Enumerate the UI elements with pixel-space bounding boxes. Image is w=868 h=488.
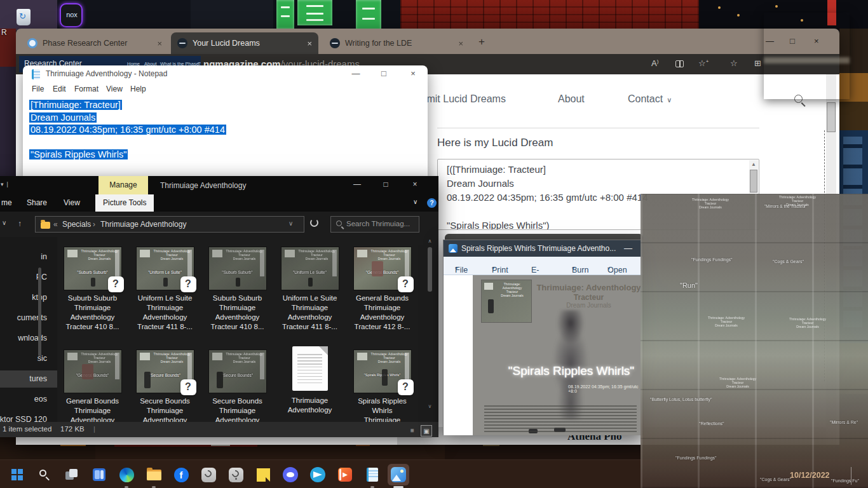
- collage-caption: "Fundings Fundings": [675, 456, 717, 460]
- taskbar-search-icon[interactable]: [34, 464, 55, 485]
- file-tile[interactable]: Thrimuiage: Adventhology Tracteur Dream …: [348, 247, 416, 332]
- notepad-maximize-button[interactable]: □: [374, 69, 393, 78]
- manage-ribbon-tab[interactable]: Manage: [98, 176, 148, 194]
- taskbar-notepad-icon[interactable]: [362, 464, 383, 485]
- sidebar-item-downloads[interactable]: wnloads: [0, 330, 57, 347]
- image-paragraph: [484, 405, 637, 432]
- tab-writing-for-the-lde[interactable]: Writing for the LDE ×: [323, 32, 470, 54]
- explorer-close-button[interactable]: ×: [405, 180, 424, 189]
- nav-back-icon[interactable]: ∨: [2, 219, 6, 226]
- favorites-icon[interactable]: ☆: [730, 58, 738, 68]
- nav-about[interactable]: About: [558, 93, 585, 105]
- browser-tab-strip: Phase Research Center × Your Lucid Dream…: [16, 29, 839, 54]
- sidebar-item-music[interactable]: sic: [0, 350, 57, 367]
- sidebar-item-this-pc[interactable]: PC: [0, 269, 57, 286]
- ribbon-tab-view[interactable]: View: [64, 198, 80, 207]
- add-favorite-icon[interactable]: ☆+: [698, 58, 709, 68]
- viewer-minimize-button[interactable]: —: [624, 243, 632, 253]
- collections-icon[interactable]: ⊞: [754, 58, 761, 68]
- notepad-text-area[interactable]: [Thrimuiage: Tracteur] Dream Journals 08…: [23, 97, 428, 180]
- file-tile[interactable]: Thrimuiage: Adventhology Tracteur Dream …: [58, 350, 126, 422]
- telegram-icon[interactable]: [307, 464, 329, 485]
- ribbon-tab-picture-tools[interactable]: Picture Tools: [95, 194, 154, 212]
- notepad-titlebar[interactable]: Thrimuiage Adventhology - Notepad — □ ×: [23, 65, 428, 83]
- explorer-maximize-button[interactable]: □: [376, 180, 395, 189]
- discord-icon[interactable]: [280, 464, 301, 485]
- sticky-notes-icon[interactable]: [252, 464, 274, 485]
- ribbon-tab-home-partial[interactable]: me: [1, 198, 12, 207]
- sidebar-item-documents[interactable]: cuments: [0, 309, 57, 327]
- sidebar-item-pictures[interactable]: tures: [0, 370, 57, 388]
- file-tile[interactable]: Thrimuiage: Adventhology Tracteur Dream …: [348, 350, 416, 422]
- quick-access-toolbar-icon[interactable]: ▾ ❘: [1, 181, 10, 187]
- menu-format[interactable]: Format: [74, 85, 98, 93]
- thumbnail-view-button[interactable]: ▣: [421, 425, 432, 437]
- files-scrollbar[interactable]: ∧ ∨: [426, 237, 434, 422]
- file-tile-selected[interactable]: Thrimuiage Adventhology: [276, 346, 344, 415]
- ribbon-tab-share[interactable]: Share: [27, 198, 47, 207]
- tab-close-icon[interactable]: ×: [157, 39, 162, 48]
- address-breadcrumb[interactable]: « Specials › Thrimuiage Adventhology ∨: [35, 216, 304, 233]
- collage-caption: "Fundings Fu": [831, 478, 859, 483]
- recycle-bin-icon[interactable]: ↻: [14, 4, 33, 27]
- address-dropdown-icon[interactable]: ∨: [288, 220, 293, 227]
- notepad-minimize-button[interactable]: —: [346, 69, 365, 78]
- read-aloud-icon[interactable]: A): [651, 58, 658, 68]
- dream-line: Dream Journals: [447, 177, 514, 191]
- scroll-down-icon[interactable]: ∨: [426, 403, 434, 409]
- file-name: Uniform Le Suite Thrimuiage Adventhology…: [276, 294, 344, 332]
- nox-app-icon[interactable]: nox: [58, 3, 85, 29]
- spiral-app-icon[interactable]: [198, 464, 219, 485]
- scroll-up-icon[interactable]: ▲: [749, 160, 758, 169]
- nav-contact[interactable]: Contact∨: [628, 93, 672, 105]
- collage-caption: "Reflections": [699, 421, 724, 426]
- file-explorer-icon[interactable]: [143, 464, 165, 485]
- refresh-icon[interactable]: [310, 219, 318, 227]
- new-tab-button[interactable]: +: [478, 36, 485, 47]
- menu-file[interactable]: File: [32, 85, 44, 93]
- menu-view[interactable]: View: [106, 85, 123, 93]
- breadcrumb-separator: ›: [93, 220, 95, 229]
- split-screen-icon[interactable]: [675, 60, 684, 69]
- media-player-icon[interactable]: ▶: [334, 464, 356, 485]
- tab-phase-research-center[interactable]: Phase Research Center ×: [21, 32, 168, 54]
- selected-text: "Spirals Ripples Whirls": [29, 149, 128, 159]
- sidebar-item-0[interactable]: in: [0, 248, 57, 266]
- file-tile[interactable]: Thrimuiage: Adventhology Tracteur Dream …: [276, 247, 344, 332]
- scroll-up-icon[interactable]: ∧: [426, 238, 434, 244]
- facebook-icon[interactable]: f: [170, 464, 192, 485]
- spiral-photo-app-icon[interactable]: [225, 464, 247, 485]
- tab-favicon: [330, 38, 340, 48]
- breadcrumb-specials[interactable]: Specials: [62, 220, 91, 229]
- breadcrumb-folder[interactable]: Thrimuiage Adventhology: [100, 220, 186, 229]
- file-tile[interactable]: Thrimuiage: Adventhology Tracteur Dream …: [131, 350, 199, 422]
- tab-close-icon[interactable]: ×: [307, 39, 312, 48]
- sidebar-item-desktop[interactable]: ktop: [0, 289, 57, 306]
- notepad-close-button[interactable]: ×: [403, 69, 423, 78]
- details-view-button[interactable]: ≡: [407, 425, 418, 437]
- selected-text: 08.19.2022 04:35pm; 16:35 gmt/utc +8:00 …: [29, 125, 226, 135]
- file-tile[interactable]: Thrimuiage: Adventhology Tracteur Dream …: [58, 247, 126, 332]
- tab-your-lucid-dreams[interactable]: Your Lucid Dreams ×: [171, 32, 318, 54]
- viewer-titlebar[interactable]: Spirals Ripples Whirls Thrimuiage Advent…: [444, 240, 642, 257]
- sidebar-item-videos[interactable]: eos: [0, 391, 57, 408]
- photos-app-icon[interactable]: [388, 464, 409, 485]
- widgets-icon[interactable]: [88, 464, 110, 485]
- explorer-search-box[interactable]: Search Thrimuiag...: [330, 216, 419, 233]
- help-icon[interactable]: ?: [427, 198, 437, 208]
- tab-close-icon[interactable]: ×: [458, 39, 463, 48]
- nav-up-icon[interactable]: ↑: [18, 219, 22, 228]
- file-tile[interactable]: Thrimuiage: Adventhology Tracteur Dream …: [131, 247, 199, 332]
- ribbon-collapse-icon[interactable]: ∨: [413, 198, 417, 205]
- menu-edit[interactable]: Edit: [53, 85, 66, 93]
- sidebar-scrollbar[interactable]: [38, 268, 41, 356]
- edge-icon[interactable]: [116, 464, 137, 485]
- explorer-titlebar[interactable]: ▾ ❘ Manage Thrimuiage Adventhology — □ ×: [0, 176, 438, 194]
- file-tile[interactable]: Thrimuiage: Adventhology Tracteur Dream …: [203, 247, 271, 332]
- explorer-minimize-button[interactable]: —: [348, 180, 367, 189]
- task-view-icon[interactable]: [61, 464, 83, 485]
- portrait-photo: [764, 13, 850, 99]
- start-button[interactable]: [6, 464, 28, 485]
- menu-help[interactable]: Help: [130, 85, 146, 93]
- file-tile[interactable]: Thrimuiage: Adventhology Tracteur Dream …: [203, 350, 271, 422]
